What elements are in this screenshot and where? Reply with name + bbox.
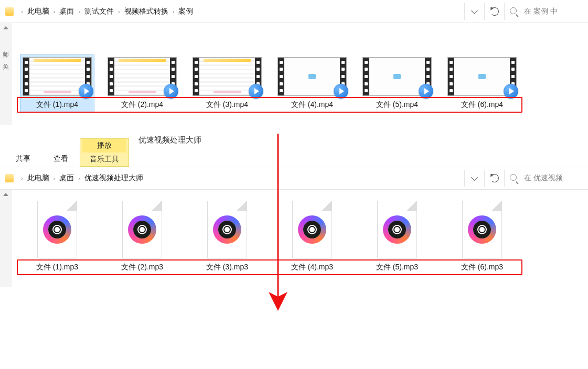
tab-music-tools-label: 音乐工具 xyxy=(80,153,129,166)
top-address-bar: ›此电脑›桌面›测试文件›视频格式转换›案例 在 案例 中 xyxy=(0,0,588,23)
file-item[interactable]: 文件 (2).mp3 xyxy=(105,198,179,275)
bottom-address-bar: ›此电脑›桌面›优速视频处理大师 在 优速视频 xyxy=(0,167,588,190)
file-label: 文件 (2).mp4 xyxy=(121,100,163,110)
file-item[interactable]: 文件 (4).mp4 xyxy=(275,55,349,112)
bottom-window: ›此电脑›桌面›优速视频处理大师 在 优速视频 文件 (1).mp3文件 (2)… xyxy=(0,167,588,287)
play-badge-icon xyxy=(334,84,348,99)
audio-file-icon xyxy=(371,201,423,258)
file-label: 文件 (6).mp4 xyxy=(461,100,503,110)
breadcrumb-separator: › xyxy=(21,8,23,15)
audio-file-icon xyxy=(456,201,508,258)
breadcrumb-item[interactable]: 桌面 xyxy=(59,173,74,183)
tab-view[interactable]: 查看 xyxy=(42,151,80,167)
folder-icon xyxy=(5,174,14,182)
video-thumbnail xyxy=(23,57,92,96)
refresh-button[interactable] xyxy=(484,3,504,20)
file-label: 文件 (4).mp3 xyxy=(291,263,333,272)
search-icon xyxy=(510,174,520,182)
scroll-up-icon xyxy=(3,193,8,196)
audio-file-icon xyxy=(116,201,168,258)
top-breadcrumbs: ›此电脑›桌面›测试文件›视频格式转换›案例 xyxy=(17,0,464,23)
breadcrumb-separator: › xyxy=(54,175,56,181)
file-label: 文件 (2).mp3 xyxy=(121,263,163,272)
play-badge-icon xyxy=(504,84,518,99)
video-thumbnail xyxy=(362,57,432,96)
video-thumbnail xyxy=(193,57,262,96)
play-badge-icon xyxy=(249,84,263,99)
refresh-button[interactable] xyxy=(484,170,504,187)
breadcrumb-item[interactable]: 优速视频处理大师 xyxy=(84,173,143,183)
breadcrumb-item[interactable]: 桌面 xyxy=(59,7,74,16)
search-placeholder: 在 案例 中 xyxy=(524,7,558,16)
audio-file-icon xyxy=(31,201,83,258)
top-search-input[interactable]: 在 案例 中 xyxy=(504,3,588,20)
video-thumbnail xyxy=(108,57,177,96)
top-window: ›此电脑›桌面›测试文件›视频格式转换›案例 在 案例 中 师 奂 文件 (1)… xyxy=(0,0,588,125)
play-badge-icon xyxy=(79,84,93,99)
file-label: 文件 (5).mp3 xyxy=(376,263,418,272)
breadcrumb-separator: › xyxy=(78,8,80,15)
file-item[interactable]: 文件 (1).mp3 xyxy=(20,198,94,275)
scroll-up-icon xyxy=(3,26,8,29)
refresh-icon xyxy=(490,174,499,182)
refresh-icon xyxy=(490,7,499,16)
audio-file-icon xyxy=(286,201,338,258)
file-label: 文件 (5).mp4 xyxy=(376,100,418,110)
file-item[interactable]: 文件 (6).mp3 xyxy=(445,198,519,275)
breadcrumb-separator: › xyxy=(54,8,56,15)
file-label: 文件 (3).mp4 xyxy=(206,100,248,110)
audio-file-icon xyxy=(201,201,253,258)
file-item[interactable]: 文件 (3).mp3 xyxy=(190,198,264,275)
top-file-pane: 师 奂 文件 (1).mp4文件 (2).mp4文件 (3).mp4文件 (4)… xyxy=(0,23,588,125)
file-item[interactable]: 文件 (6).mp4 xyxy=(445,55,519,112)
chevron-down-icon xyxy=(472,8,477,15)
breadcrumb-separator: › xyxy=(21,175,23,181)
breadcrumb-separator: › xyxy=(78,175,80,181)
folder-icon xyxy=(5,7,14,16)
file-item[interactable]: 文件 (3).mp4 xyxy=(190,55,264,112)
tab-play-label: 播放 xyxy=(82,139,126,153)
breadcrumb-item[interactable]: 视频格式转换 xyxy=(124,7,168,16)
play-badge-icon xyxy=(419,84,433,99)
file-item[interactable]: 文件 (5).mp3 xyxy=(360,198,434,275)
play-badge-icon xyxy=(164,84,178,99)
bottom-scrollbar[interactable] xyxy=(0,190,12,287)
search-icon xyxy=(510,7,520,16)
file-label: 文件 (6).mp3 xyxy=(461,263,503,272)
file-label: 文件 (1).mp3 xyxy=(36,263,78,272)
breadcrumb-item[interactable]: 测试文件 xyxy=(84,7,114,16)
tab-music-tools-group[interactable]: 播放 音乐工具 xyxy=(80,138,129,167)
video-thumbnail xyxy=(277,57,347,96)
file-item[interactable]: 文件 (5).mp4 xyxy=(360,55,434,112)
file-label: 文件 (4).mp4 xyxy=(291,100,333,110)
breadcrumb-dropdown[interactable] xyxy=(464,3,484,20)
bottom-file-pane: 文件 (1).mp3文件 (2).mp3文件 (3).mp3文件 (4).mp3… xyxy=(0,190,588,287)
window-title: 优速视频处理大师 xyxy=(138,135,201,145)
bottom-breadcrumbs: ›此电脑›桌面›优速视频处理大师 xyxy=(17,167,464,189)
top-scrollbar[interactable]: 师 奂 xyxy=(0,23,12,125)
chevron-down-icon xyxy=(472,175,477,181)
address-tools: 在 优速视频 xyxy=(464,170,588,187)
search-placeholder: 在 优速视频 xyxy=(524,173,563,183)
breadcrumb-item[interactable]: 此电脑 xyxy=(27,7,49,16)
file-label: 文件 (3).mp3 xyxy=(206,263,248,272)
tab-share[interactable]: 共享 xyxy=(4,151,42,167)
video-thumbnail xyxy=(447,57,517,96)
breadcrumb-separator: › xyxy=(118,8,120,15)
breadcrumb-separator: › xyxy=(173,8,175,15)
file-label: 文件 (1).mp4 xyxy=(36,100,78,110)
breadcrumb-item[interactable]: 案例 xyxy=(178,7,193,16)
file-item[interactable]: 文件 (4).mp3 xyxy=(275,198,349,275)
ribbon: 共享 查看 播放 音乐工具 优速视频处理大师 xyxy=(0,130,588,167)
breadcrumb-dropdown[interactable] xyxy=(464,170,484,187)
file-item[interactable]: 文件 (1).mp4 xyxy=(20,55,94,112)
breadcrumb-item[interactable]: 此电脑 xyxy=(27,173,49,183)
address-tools: 在 案例 中 xyxy=(464,3,588,20)
file-item[interactable]: 文件 (2).mp4 xyxy=(105,55,179,112)
bottom-search-input[interactable]: 在 优速视频 xyxy=(504,170,588,187)
